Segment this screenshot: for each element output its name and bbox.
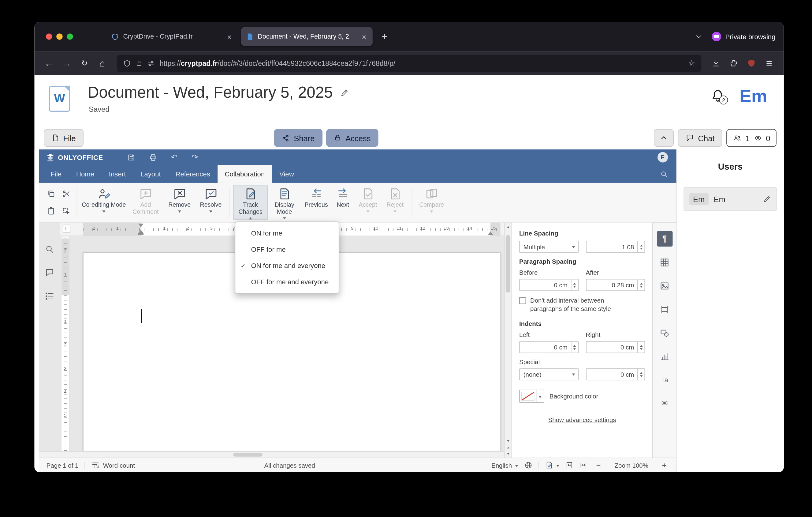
scroll-down-arrow[interactable] bbox=[504, 439, 511, 442]
access-button[interactable]: Access bbox=[326, 129, 378, 147]
comments-icon[interactable] bbox=[45, 268, 55, 277]
menu-item-on-for-everyone[interactable]: ✓ ON for me and everyone bbox=[235, 257, 339, 274]
copy-icon[interactable] bbox=[47, 190, 55, 198]
extensions-puzzle-icon[interactable] bbox=[725, 55, 742, 72]
downloads-icon[interactable] bbox=[708, 55, 725, 72]
menu-item-off-for-everyone[interactable]: OFF for me and everyone bbox=[235, 274, 339, 290]
scrollbar-thumb[interactable] bbox=[233, 453, 262, 457]
coediting-mode-button[interactable]: Co-editing Mode bbox=[81, 185, 127, 220]
vertical-scrollbar[interactable] bbox=[504, 223, 512, 458]
menu-tab-file[interactable]: File bbox=[44, 165, 69, 183]
user-avatar[interactable]: Em bbox=[740, 86, 767, 106]
bookmark-star-icon[interactable]: ☆ bbox=[688, 58, 695, 68]
home-button[interactable]: ⌂ bbox=[94, 55, 111, 72]
text-art-settings-icon[interactable]: Ta bbox=[657, 372, 672, 387]
advanced-settings-link[interactable]: Show advanced settings bbox=[519, 416, 645, 424]
user-chip[interactable]: Em bbox=[689, 193, 708, 205]
paragraph-settings-icon[interactable]: ¶ bbox=[657, 231, 672, 247]
track-changes-status-button[interactable] bbox=[545, 461, 559, 469]
menu-tab-collaboration[interactable]: Collaboration bbox=[218, 165, 272, 183]
menu-hamburger-icon[interactable]: ≡ bbox=[761, 55, 778, 72]
fit-width-icon[interactable] bbox=[579, 462, 587, 469]
close-window-button[interactable] bbox=[46, 33, 52, 39]
track-changes-button[interactable]: Track Changes bbox=[233, 185, 268, 220]
compare-button[interactable]: Compare bbox=[415, 185, 448, 220]
minimize-window-button[interactable] bbox=[56, 33, 62, 39]
menu-tab-layout[interactable]: Layout bbox=[133, 165, 168, 183]
table-settings-icon[interactable] bbox=[657, 254, 672, 270]
lock-icon[interactable] bbox=[136, 60, 142, 66]
indent-right-spinner[interactable]: 0 cm bbox=[586, 341, 645, 353]
image-settings-icon[interactable] bbox=[657, 278, 672, 293]
line-spacing-select[interactable]: Multiple bbox=[519, 241, 579, 253]
next-page-button[interactable] bbox=[504, 452, 511, 455]
browser-tab-cryptdrive[interactable]: CryptDrive - CryptPad.fr × bbox=[107, 27, 238, 46]
browser-tab-document[interactable]: Document - Wed, February 5, 2 × bbox=[241, 27, 373, 46]
chart-settings-icon[interactable] bbox=[657, 349, 672, 364]
list-tabs-chevron-icon[interactable] bbox=[695, 33, 702, 40]
tab-close-icon[interactable]: × bbox=[226, 32, 233, 41]
redo-icon[interactable]: ↷ bbox=[192, 153, 198, 162]
menu-tab-references[interactable]: References bbox=[168, 165, 218, 183]
ublock-origin-icon[interactable] bbox=[743, 55, 760, 72]
share-button[interactable]: Share bbox=[274, 129, 322, 147]
menu-tab-insert[interactable]: Insert bbox=[102, 165, 133, 183]
find-icon[interactable] bbox=[45, 244, 55, 254]
tab-stop-selector[interactable]: L bbox=[63, 224, 71, 233]
reject-change-button[interactable]: Reject bbox=[381, 185, 409, 220]
collapse-toolbar-button[interactable] bbox=[654, 129, 673, 147]
rename-pencil-icon[interactable] bbox=[340, 88, 349, 97]
scroll-up-arrow[interactable] bbox=[504, 225, 511, 228]
navigation-headings-icon[interactable] bbox=[45, 292, 55, 301]
display-mode-button[interactable]: Display Mode bbox=[268, 185, 301, 220]
indent-left-spinner[interactable]: 0 cm bbox=[519, 341, 579, 353]
page-indicator[interactable]: Page 1 of 1 bbox=[47, 462, 79, 469]
spacing-after-spinner[interactable]: 0.28 cm bbox=[586, 279, 645, 291]
url-text[interactable]: https://cryptpad.fr/doc/#/3/doc/edit/ff0… bbox=[160, 59, 684, 67]
menu-item-on-for-me[interactable]: ON for me bbox=[235, 225, 339, 241]
previous-page-button[interactable] bbox=[504, 446, 511, 449]
header-footer-settings-icon[interactable] bbox=[657, 301, 672, 317]
permissions-sliders-icon[interactable] bbox=[147, 59, 155, 67]
reload-button[interactable]: ↻ bbox=[76, 55, 93, 72]
horizontal-scrollbar[interactable] bbox=[39, 452, 504, 458]
previous-change-button[interactable]: Previous bbox=[301, 185, 331, 220]
userlist-button[interactable]: 1 0 bbox=[727, 129, 777, 147]
editor-user-avatar[interactable]: E bbox=[658, 152, 668, 162]
new-tab-button[interactable]: + bbox=[377, 29, 392, 45]
menu-tab-home[interactable]: Home bbox=[69, 165, 102, 183]
back-button[interactable]: ← bbox=[41, 55, 58, 72]
cut-scissors-icon[interactable] bbox=[62, 190, 70, 198]
left-indent-marker[interactable] bbox=[138, 230, 144, 235]
url-bar[interactable]: https://cryptpad.fr/doc/#/3/doc/edit/ff0… bbox=[117, 55, 701, 72]
spellcheck-globe-icon[interactable] bbox=[524, 461, 532, 469]
special-indent-select[interactable]: (none) bbox=[519, 369, 579, 380]
zoom-out-button[interactable]: − bbox=[594, 461, 603, 469]
language-selector[interactable]: English bbox=[491, 462, 518, 469]
right-indent-marker[interactable] bbox=[488, 232, 493, 235]
interval-checkbox[interactable] bbox=[519, 297, 526, 304]
search-icon[interactable] bbox=[660, 170, 668, 178]
accept-change-button[interactable]: Accept bbox=[354, 185, 381, 220]
undo-icon[interactable]: ↶ bbox=[171, 153, 177, 162]
next-change-button[interactable]: Next bbox=[331, 185, 354, 220]
spacing-before-spinner[interactable]: 0 cm bbox=[519, 279, 579, 291]
chat-button[interactable]: Chat bbox=[678, 129, 722, 147]
shape-settings-icon[interactable] bbox=[657, 325, 672, 341]
line-spacing-amount-spinner[interactable]: 1.08 bbox=[586, 241, 645, 253]
select-all-icon[interactable] bbox=[62, 207, 70, 215]
paste-icon[interactable] bbox=[47, 207, 55, 215]
notifications-bell-icon[interactable]: 2 bbox=[711, 89, 725, 103]
zoom-in-button[interactable]: + bbox=[660, 461, 669, 469]
resolve-comments-button[interactable]: Resolve bbox=[195, 185, 226, 220]
zoom-window-button[interactable] bbox=[67, 33, 73, 39]
menu-item-off-for-me[interactable]: OFF for me bbox=[235, 241, 339, 257]
background-color-picker[interactable] bbox=[519, 390, 544, 403]
fit-page-icon[interactable] bbox=[566, 461, 573, 469]
tab-close-icon[interactable]: × bbox=[360, 32, 368, 41]
file-button[interactable]: File bbox=[44, 129, 84, 147]
word-count-button[interactable]: 123 Word count bbox=[91, 461, 135, 469]
menu-tab-view[interactable]: View bbox=[272, 165, 301, 183]
edit-name-pencil-icon[interactable] bbox=[763, 195, 771, 203]
mail-merge-icon[interactable]: ✉ bbox=[657, 396, 672, 411]
